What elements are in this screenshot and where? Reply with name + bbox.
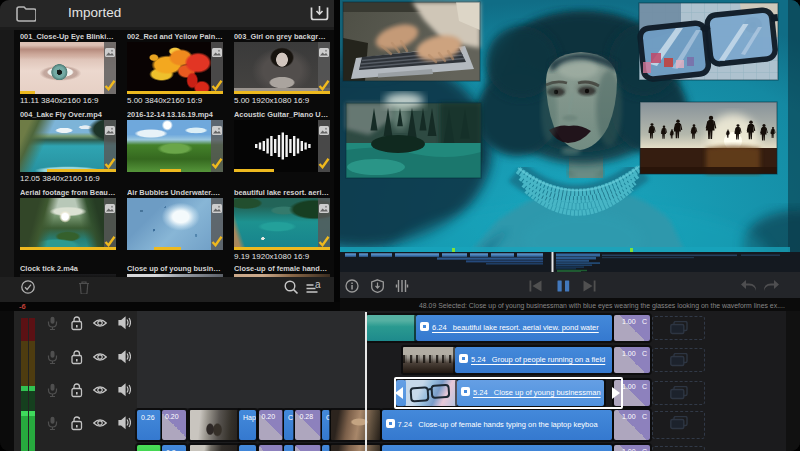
svg-text:a: a: [315, 280, 321, 290]
